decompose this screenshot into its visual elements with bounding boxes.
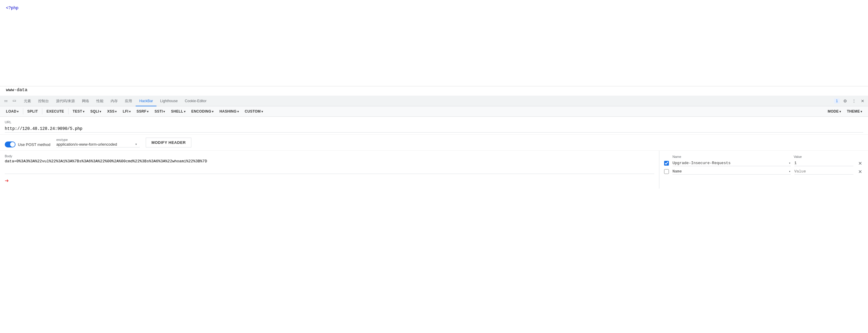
- theme-button[interactable]: THEME ▾: [844, 108, 864, 115]
- test-arrow: ▾: [83, 110, 84, 113]
- name-col-label: Name: [673, 155, 681, 159]
- xss-arrow: ▾: [115, 110, 117, 113]
- hashing-button[interactable]: HASHING ▾: [217, 108, 241, 115]
- tab-cookie-editor[interactable]: Cookie-Editor: [181, 96, 210, 106]
- header-1-checkbox[interactable]: [664, 161, 669, 166]
- theme-arrow: ▾: [861, 110, 862, 113]
- enctype-select-wrapper: application/x-www-form-urlencoded multip…: [56, 142, 140, 147]
- tab-hackbar[interactable]: HackBar: [135, 96, 156, 106]
- tab-memory[interactable]: 内存: [107, 96, 121, 106]
- header-1-name-wrapper: Upgrade-Insecure-Requests Content-Type A…: [673, 160, 791, 166]
- header-2-name-select[interactable]: Name Content-Type Authorization Cookie: [673, 169, 789, 174]
- arrow-indicator-row: ➜: [5, 176, 654, 185]
- ssrf-arrow: ▾: [147, 110, 149, 113]
- devtools-icons: ⚏ ▭: [2, 98, 18, 104]
- value-col-label: Value: [794, 155, 802, 159]
- more-icon[interactable]: ⋮: [851, 98, 857, 104]
- enctype-select[interactable]: application/x-www-form-urlencoded multip…: [56, 142, 134, 146]
- tab-network[interactable]: 网络: [79, 96, 93, 106]
- lfi-button[interactable]: LFI ▾: [120, 108, 133, 115]
- header-1-dropdown-arrow: ▾: [789, 161, 791, 165]
- enctype-label: enctype: [56, 138, 140, 141]
- tab-console[interactable]: 控制台: [35, 96, 53, 106]
- tab-lighthouse[interactable]: Lighthouse: [156, 96, 181, 106]
- header-2-dropdown-arrow: ▾: [789, 169, 791, 173]
- post-toggle-container: Use POST method: [5, 141, 51, 147]
- divider-2: [42, 108, 42, 114]
- body-label: Body: [5, 154, 654, 158]
- custom-arrow: ▾: [261, 110, 263, 113]
- body-section: Body data=0%3A3%3A%22vul%22%3A1%3A%7Bs%3…: [0, 151, 659, 189]
- name-col-label-wrapper: Name: [673, 154, 790, 159]
- post-toggle[interactable]: [5, 141, 16, 147]
- header-1-value-input[interactable]: [795, 160, 854, 166]
- enctype-arrow: ▾: [135, 142, 137, 146]
- inspect-icon[interactable]: ⚏: [2, 98, 9, 104]
- execute-button[interactable]: EXECUTE: [44, 108, 66, 115]
- console-badge[interactable]: 1: [834, 98, 840, 104]
- sqli-arrow: ▾: [99, 110, 101, 113]
- devtools-right-controls: 1 ⚙ ⋮ ✕: [834, 98, 866, 104]
- device-icon[interactable]: ▭: [11, 98, 18, 104]
- tab-elements[interactable]: 元素: [20, 96, 35, 106]
- header-2-checkbox[interactable]: [664, 169, 669, 174]
- body-headers-section: Body data=0%3A3%3A%22vul%22%3A1%3A%7Bs%3…: [0, 151, 868, 189]
- shell-arrow: ▾: [184, 110, 185, 113]
- url-input[interactable]: [5, 125, 863, 133]
- hashing-arrow: ▾: [237, 110, 239, 113]
- devtools-tabbar: ⚏ ▭ 元素 控制台 源代码/来源 网络 性能 内存 应用 HackBar Li…: [0, 96, 868, 106]
- mode-button[interactable]: MODE ▾: [826, 108, 843, 115]
- encoding-arrow: ▾: [212, 110, 213, 113]
- header-1-delete-button[interactable]: ✕: [857, 161, 863, 166]
- enctype-container: enctype application/x-www-form-urlencode…: [56, 138, 140, 147]
- tab-sources[interactable]: 源代码/来源: [53, 96, 79, 106]
- xss-button[interactable]: XSS ▾: [105, 108, 119, 115]
- tab-performance[interactable]: 性能: [93, 96, 107, 106]
- modify-header-button[interactable]: MODIFY HEADER: [146, 138, 191, 147]
- close-icon[interactable]: ✕: [860, 98, 866, 104]
- url-section: URL: [0, 117, 868, 135]
- header-2-value-wrapper: [795, 169, 854, 174]
- value-col-label-wrapper: Value: [794, 154, 852, 159]
- ssti-button[interactable]: SSTI ▾: [152, 108, 167, 115]
- settings-icon[interactable]: ⚙: [842, 98, 848, 104]
- url-label: URL: [5, 120, 863, 124]
- hackbar-toolbar: LOAD ▾ SPLIT EXECUTE TEST ▾ SQLI ▾ XSS ▾…: [0, 106, 868, 117]
- lfi-arrow: ▾: [129, 110, 130, 113]
- code-line-1: <?php: [6, 6, 19, 10]
- shell-button[interactable]: SHELL ▾: [169, 108, 188, 115]
- header-1-name-select[interactable]: Upgrade-Insecure-Requests Content-Type A…: [673, 160, 789, 166]
- mode-arrow: ▾: [839, 110, 841, 113]
- custom-button[interactable]: CUSTOM ▾: [242, 108, 265, 115]
- header-1-value-wrapper: [795, 160, 854, 166]
- header-2-value-input[interactable]: [795, 169, 854, 174]
- header-2-delete-button[interactable]: ✕: [857, 169, 863, 174]
- header-col-labels: Name Value: [664, 154, 863, 159]
- ssrf-button[interactable]: SSRF ▾: [134, 108, 151, 115]
- load-button[interactable]: LOAD ▾: [4, 108, 21, 115]
- body-input[interactable]: data=0%3A3%3A%22vul%22%3A1%3A%7Bs%3A6%3A…: [5, 159, 654, 174]
- load-arrow: ▾: [17, 110, 19, 113]
- headers-section: Name Value Upgrade-Insecure-Requests Con…: [659, 151, 868, 189]
- header-row-1: Upgrade-Insecure-Requests Content-Type A…: [664, 160, 863, 166]
- tab-application[interactable]: 应用: [121, 96, 135, 106]
- test-button[interactable]: TEST ▾: [70, 108, 87, 115]
- header-2-name-wrapper: Name Content-Type Authorization Cookie ▾: [673, 169, 791, 174]
- output-text: www-data: [0, 87, 868, 96]
- header-row-2: Name Content-Type Authorization Cookie ▾…: [664, 169, 863, 174]
- ssti-arrow: ▾: [163, 110, 165, 113]
- split-button[interactable]: SPLIT: [25, 108, 40, 115]
- header-1-name-dropdown: Upgrade-Insecure-Requests Content-Type A…: [673, 160, 791, 166]
- header-2-name-dropdown: Name Content-Type Authorization Cookie ▾: [673, 169, 791, 174]
- code-display: <?php: [0, 0, 868, 87]
- post-method-label: Use POST method: [18, 142, 51, 147]
- encoding-button[interactable]: ENCODING ▾: [189, 108, 216, 115]
- post-row: Use POST method enctype application/x-ww…: [0, 135, 868, 151]
- sqli-button[interactable]: SQLI ▾: [88, 108, 104, 115]
- red-arrow-icon: ➜: [5, 177, 9, 185]
- divider-1: [23, 108, 23, 114]
